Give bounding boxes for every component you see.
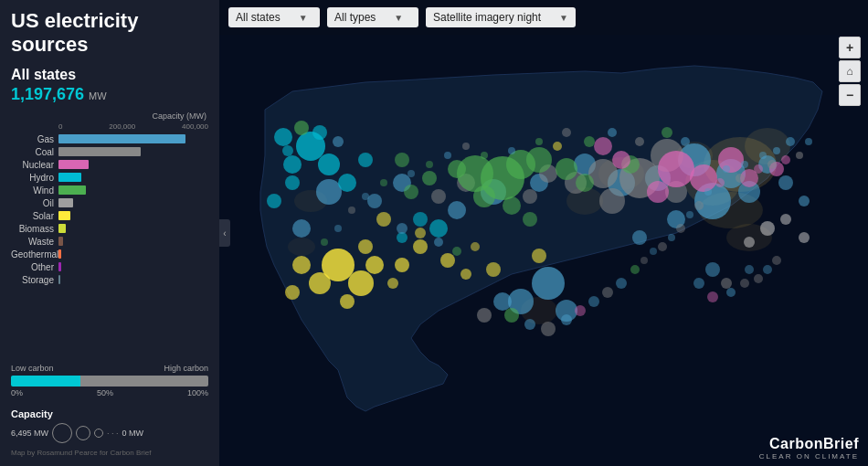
svg-point-118 [773,147,780,154]
svg-point-83 [283,155,302,174]
states-filter-label: All states [236,11,281,24]
svg-point-31 [799,196,810,207]
zoom-in-button[interactable]: + [839,37,861,58]
chart-rows: GasCoalNuclearHydroWindOilSolarBiomassWa… [11,134,208,285]
map-svg [219,0,868,466]
svg-point-69 [486,262,501,277]
chart-row: Biomass [11,224,208,234]
svg-point-121 [754,164,763,174]
high-carbon-label: High carbon [164,364,208,373]
svg-point-111 [348,207,355,214]
types-filter-label: All types [334,11,376,24]
svg-point-136 [504,308,519,323]
svg-point-157 [415,228,426,238]
zoom-home-button[interactable]: ⌂ [839,60,861,82]
svg-point-162 [294,121,309,135]
axis-ticks: 0 200,000 400,000 [58,122,208,131]
svg-point-77 [612,151,630,169]
svg-point-53 [422,171,437,185]
svg-point-40 [523,189,537,204]
chart-row-label: Storage [11,275,58,285]
imagery-filter-label: Satellite imagery night [433,11,541,24]
svg-point-135 [477,308,492,323]
svg-point-124 [723,165,730,173]
chart-row-label: Hydro [11,173,58,183]
svg-point-64 [395,258,409,272]
svg-point-24 [292,219,311,238]
total-mw: 1,197,676 MW [11,85,208,104]
chart-row: Other [11,262,208,272]
chart-bar-container [58,173,208,182]
carbonbrief-logo: CarbonBrief Clear on Climate [759,436,859,461]
zoom-out-button[interactable]: − [839,84,861,106]
svg-point-156 [397,223,408,234]
chart-bar [58,134,185,143]
carbon-pct-labels: 0% 50% 100% [11,388,208,397]
svg-point-154 [772,256,781,265]
svg-point-141 [588,296,599,307]
chart-row: Hydro [11,173,208,183]
svg-point-120 [759,152,767,159]
imagery-filter-dropdown[interactable]: Satellite imagery night ▼ [426,7,576,27]
svg-point-97 [608,128,617,137]
svg-point-33 [367,194,382,208]
types-filter-dropdown[interactable]: All types ▼ [327,7,418,27]
capacity-axis-label: Capacity (MW) [11,111,208,121]
svg-point-95 [584,136,595,147]
svg-point-117 [781,155,790,164]
chart-bar-container [58,134,208,143]
chart-row-label: Gas [11,134,58,144]
svg-point-137 [524,319,535,330]
svg-point-123 [736,174,745,183]
map-area[interactable]: All states ▼ All types ▼ Satellite image… [219,0,868,466]
cap-circle-medium [76,426,90,440]
chart-row-label: Wind [11,185,58,196]
panel-toggle-button[interactable]: ‹ [219,219,230,247]
svg-point-127 [694,201,704,210]
svg-point-100 [681,137,690,146]
carbon-section: Low carbon High carbon 0% 50% 100% [11,364,208,397]
svg-point-108 [408,170,415,177]
chart-bar-container [58,249,208,259]
logo-sub: Clear on Climate [759,452,859,461]
svg-point-150 [740,279,749,288]
svg-point-11 [288,238,315,256]
svg-point-164 [333,136,344,147]
chart-row-label: Geothermal [11,249,58,259]
svg-point-25 [532,267,565,300]
map-background [219,0,868,466]
svg-point-65 [413,239,428,254]
chart-row: Oil [11,198,208,208]
svg-point-145 [705,262,720,277]
svg-point-72 [387,278,398,289]
chart-bar [58,198,73,207]
svg-point-107 [426,161,433,168]
chart-row-label: Solar [11,211,58,221]
chart-bar-container [58,224,208,233]
svg-point-84 [338,174,356,192]
svg-point-148 [707,291,718,302]
svg-point-116 [805,138,812,145]
svg-point-86 [358,153,373,167]
chart-row: Gas [11,134,208,144]
svg-point-56 [395,153,409,167]
svg-point-152 [754,274,763,283]
chart-row-label: Coal [11,147,58,157]
svg-point-140 [575,305,586,316]
chart-bar [58,173,81,182]
chart-bar [58,160,89,169]
svg-point-67 [440,253,455,268]
svg-point-29 [632,230,647,245]
chart-bar-container [58,262,208,271]
pct-50: 50% [97,388,113,397]
chart-row-label: Waste [11,237,58,247]
svg-point-49 [448,160,466,178]
svg-point-101 [562,128,571,137]
svg-point-37 [599,188,625,214]
svg-point-63 [292,256,311,274]
chart-bar [58,237,63,246]
svg-point-23 [316,179,342,205]
states-filter-dropdown[interactable]: All states ▼ [228,7,320,27]
svg-point-146 [721,278,732,289]
states-dropdown-arrow: ▼ [299,13,308,23]
